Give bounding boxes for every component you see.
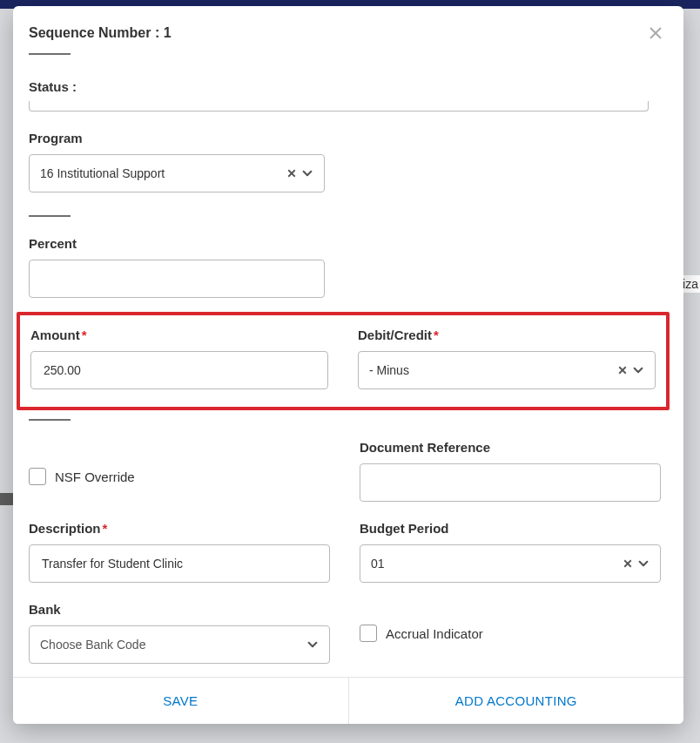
description-label-text: Description	[29, 521, 101, 536]
description-input[interactable]	[29, 544, 330, 583]
status-label: Status :	[13, 79, 683, 94]
sequence-underline	[29, 53, 71, 55]
bank-label: Bank	[29, 602, 330, 617]
program-label: Program	[29, 131, 661, 145]
bg-dark-stripe	[0, 493, 13, 505]
add-accounting-button[interactable]: ADD ACCOUNTING	[348, 678, 684, 724]
close-button[interactable]	[649, 25, 663, 43]
budget-period-value: 01	[371, 557, 623, 571]
accrual-indicator-label: Accrual Indicator	[386, 626, 483, 641]
amount-input[interactable]	[30, 351, 328, 389]
description-field[interactable]	[40, 556, 319, 571]
description-label: Description*	[29, 521, 330, 536]
section-divider	[29, 215, 71, 217]
sequence-number-block: Sequence Number : 1	[29, 25, 172, 55]
program-clear-icon[interactable]	[287, 167, 296, 180]
accrual-indicator-checkbox[interactable]	[360, 625, 377, 642]
amount-field[interactable]	[42, 362, 317, 378]
modal-dialog: Sequence Number : 1 Status : Program 16 …	[13, 6, 683, 724]
percent-field[interactable]	[40, 271, 313, 287]
nsf-override-label: NSF Override	[55, 469, 135, 484]
bg-side-text: iza	[681, 275, 700, 293]
percent-input[interactable]	[29, 260, 325, 298]
debit-credit-label-text: Debit/Credit	[358, 328, 432, 342]
debit-credit-value: - Minus	[369, 363, 618, 377]
document-reference-field[interactable]	[371, 475, 650, 490]
modal-footer: SAVE ADD ACCOUNTING	[13, 677, 683, 724]
close-icon	[649, 24, 663, 44]
amount-debit-highlight: Amount* Debit/Credit* - Minus	[17, 312, 670, 410]
nsf-override-row: NSF Override	[29, 468, 330, 485]
budget-period-clear-icon[interactable]	[623, 557, 632, 571]
truncated-field-above	[29, 101, 649, 111]
chevron-down-icon[interactable]	[301, 167, 313, 179]
document-reference-input[interactable]	[360, 463, 661, 502]
percent-label: Percent	[29, 236, 661, 251]
document-reference-label: Document Reference	[360, 440, 661, 455]
required-asterisk: *	[82, 328, 87, 342]
chevron-down-icon[interactable]	[632, 364, 644, 376]
chevron-down-icon[interactable]	[306, 638, 319, 651]
program-select[interactable]: 16 Institutional Support	[29, 154, 325, 193]
nsf-override-checkbox[interactable]	[29, 468, 46, 485]
required-asterisk: *	[434, 328, 439, 342]
program-value: 16 Institutional Support	[40, 166, 287, 180]
budget-period-label: Budget Period	[360, 521, 661, 536]
modal-header: Sequence Number : 1	[13, 6, 683, 55]
amount-label: Amount*	[30, 328, 328, 342]
save-button[interactable]: SAVE	[13, 678, 348, 724]
budget-period-select[interactable]: 01	[360, 544, 661, 583]
modal-body-scroll[interactable]: Program 16 Institutional Support Percent	[13, 94, 673, 677]
chevron-down-icon[interactable]	[637, 557, 650, 570]
sequence-number-title: Sequence Number : 1	[29, 25, 172, 41]
debit-credit-clear-icon[interactable]	[618, 364, 627, 377]
amount-label-text: Amount	[30, 328, 80, 342]
required-asterisk: *	[103, 521, 108, 536]
accrual-indicator-row: Accrual Indicator	[360, 625, 661, 642]
debit-credit-select[interactable]: - Minus	[358, 351, 656, 389]
debit-credit-label: Debit/Credit*	[358, 328, 656, 342]
bank-select[interactable]: Choose Bank Code	[29, 625, 330, 664]
bank-placeholder: Choose Bank Code	[40, 638, 306, 652]
